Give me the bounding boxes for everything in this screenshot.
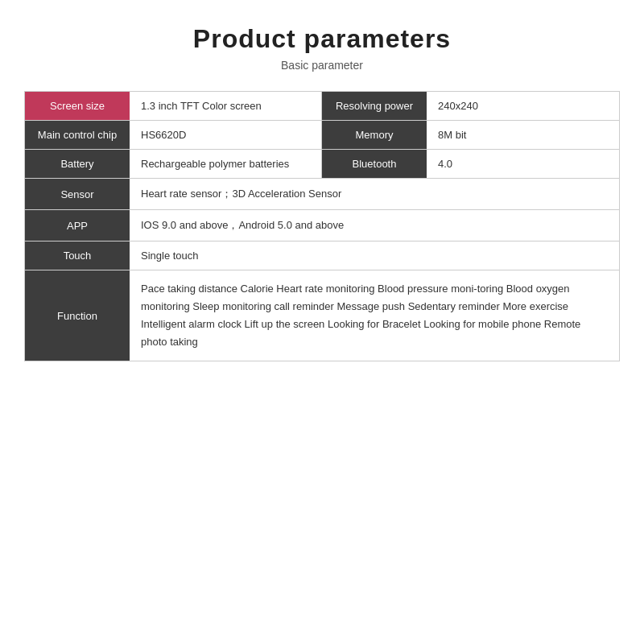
row-full: TouchSingle touch: [25, 242, 619, 270]
value-cell: Rechargeable polymer batteries: [130, 150, 321, 178]
label-cell: Touch: [25, 242, 130, 270]
value-cell: 240x240: [427, 92, 619, 120]
label-cell: APP: [25, 210, 130, 241]
label-cell: Function: [25, 270, 130, 361]
row-left-half: BatteryRechargeable polymer batteries: [25, 150, 322, 178]
value-cell: IOS 9.0 and above，Android 5.0 and above: [130, 210, 619, 241]
label-cell: Battery: [25, 150, 130, 178]
row-left-half: Main control chipHS6620D: [25, 121, 322, 149]
value-cell: HS6620D: [130, 121, 321, 149]
page-subtitle: Basic parameter: [281, 59, 363, 72]
label-cell: Bluetooth: [322, 150, 427, 178]
label-cell: Resolving power: [322, 92, 427, 120]
label-cell: Main control chip: [25, 121, 130, 149]
label-cell: Sensor: [25, 179, 130, 209]
value-cell: Pace taking distance Calorie Heart rate …: [130, 270, 619, 361]
table-row: APPIOS 9.0 and above，Android 5.0 and abo…: [25, 210, 619, 242]
row-right-half: Memory8M bit: [322, 121, 619, 149]
value-cell: Single touch: [130, 242, 619, 270]
row-right-half: Resolving power240x240: [322, 92, 619, 120]
table-row: FunctionPace taking distance Calorie Hea…: [25, 270, 619, 361]
row-full: APPIOS 9.0 and above，Android 5.0 and abo…: [25, 210, 619, 241]
value-cell: 1.3 inch TFT Color screen: [130, 92, 321, 120]
value-cell: Heart rate sensor；3D Acceleration Sensor: [130, 179, 619, 209]
label-cell: Memory: [322, 121, 427, 149]
row-full: FunctionPace taking distance Calorie Hea…: [25, 270, 619, 361]
row-full: SensorHeart rate sensor；3D Acceleration …: [25, 179, 619, 209]
table-row: SensorHeart rate sensor；3D Acceleration …: [25, 179, 619, 210]
row-right-half: Bluetooth4.0: [322, 150, 619, 178]
value-cell: 8M bit: [427, 121, 619, 149]
table-row: TouchSingle touch: [25, 242, 619, 270]
label-cell: Screen size: [25, 92, 130, 120]
value-cell: 4.0: [427, 150, 619, 178]
table-row: Screen size1.3 inch TFT Color screenReso…: [25, 92, 619, 121]
parameters-table: Screen size1.3 inch TFT Color screenReso…: [24, 91, 620, 361]
table-row: BatteryRechargeable polymer batteriesBlu…: [25, 150, 619, 179]
row-left-half: Screen size1.3 inch TFT Color screen: [25, 92, 322, 120]
table-row: Main control chipHS6620DMemory8M bit: [25, 121, 619, 150]
page-title: Product parameters: [193, 24, 451, 54]
